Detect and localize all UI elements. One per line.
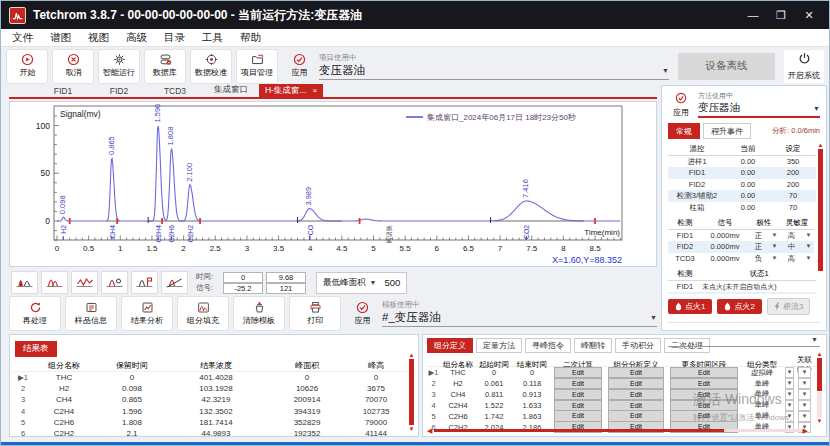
- signal-tab-fid2[interactable]: FID2: [91, 86, 147, 97]
- signal-tab-集成窗口[interactable]: 集成窗口: [203, 84, 259, 97]
- table-row[interactable]: 3CH40.8110.913EditEditEdit单峰▼▼: [426, 389, 823, 400]
- edit-button[interactable]: Edit: [670, 400, 738, 412]
- chevron-down-icon[interactable]: ▼: [662, 67, 669, 74]
- toolbar-button-start[interactable]: 开始: [6, 49, 48, 84]
- chromatogram-panel[interactable]: 05010000.511.522.533.544.555.566.577.588…: [9, 101, 657, 267]
- minimize-button[interactable]: —: [739, 5, 767, 25]
- chevron-down-icon[interactable]: ▼: [798, 400, 811, 411]
- toolbar-button-database[interactable]: 数据库: [144, 49, 186, 84]
- maximize-button[interactable]: ❐: [767, 5, 795, 25]
- scroll-up-icon[interactable]: ▲: [817, 351, 823, 357]
- chevron-down-icon[interactable]: ▼: [803, 241, 814, 253]
- template-in-use-dropdown[interactable]: 模板使用中 #_变压器油 ▼: [382, 300, 657, 327]
- tab-峰翻转[interactable]: 峰翻转: [574, 338, 612, 353]
- peak-valley-button[interactable]: [71, 271, 98, 294]
- min-peak-area-input[interactable]: 500: [384, 277, 400, 288]
- close-tab-icon[interactable]: ×: [312, 87, 317, 95]
- tab-组分定义[interactable]: 组分定义: [427, 338, 473, 353]
- chevron-down-icon[interactable]: ▼: [811, 336, 818, 343]
- edit-button[interactable]: Edit: [608, 410, 664, 422]
- edit-button[interactable]: Edit: [554, 410, 602, 422]
- chevron-down-icon[interactable]: ▼: [803, 253, 814, 265]
- chevron-down-icon[interactable]: ▼: [769, 241, 780, 253]
- edit-button[interactable]: Edit: [554, 400, 602, 412]
- peak-drop-button[interactable]: [101, 271, 128, 294]
- ignite-1-button[interactable]: 点火1: [668, 299, 712, 314]
- table-row[interactable]: 4C2H41.596132.3502394319102735: [13, 406, 415, 417]
- table-row[interactable]: 3CH40.86542.321920091470070: [13, 394, 415, 405]
- method-in-use-dropdown[interactable]: 方法使用中 变压器油 ▼: [698, 91, 820, 118]
- project-in-use-dropdown[interactable]: 项目使用中 变压器油 ▼: [319, 53, 669, 80]
- menu-item[interactable]: 目录: [164, 31, 185, 45]
- scroll-up-icon[interactable]: ▲: [818, 142, 824, 148]
- table-row[interactable]: 2H20.0610.118EditEditEdit单峰▼▼: [426, 378, 823, 389]
- chevron-down-icon[interactable]: ▼: [803, 230, 814, 242]
- chevron-down-icon[interactable]: ▼: [370, 279, 377, 286]
- peak-mark-button[interactable]: [131, 271, 158, 294]
- tab-寻峰指令[interactable]: 寻峰指令: [525, 338, 571, 353]
- edit-button[interactable]: Edit: [554, 367, 602, 379]
- table-row[interactable]: ▶1THC0401.402800: [13, 372, 415, 383]
- chevron-down-icon[interactable]: ▼: [785, 378, 794, 389]
- menu-item[interactable]: 工具: [202, 31, 223, 45]
- tab-results-table[interactable]: 结果表: [15, 341, 57, 357]
- chevron-down-icon[interactable]: ▼: [769, 253, 780, 265]
- time-max-input[interactable]: 9.68: [266, 272, 306, 283]
- edit-button[interactable]: Edit: [670, 378, 738, 390]
- scroll-left-icon[interactable]: ◀: [427, 427, 432, 434]
- toolbar-button-sample-info[interactable]: 样品信息: [65, 296, 117, 331]
- toolbar-button-component-fill[interactable]: 组分填充: [177, 296, 229, 331]
- tab-常规[interactable]: 常规: [668, 123, 700, 139]
- method-vertical-scrollbar[interactable]: ▲: [817, 142, 824, 272]
- chevron-down-icon[interactable]: ▼: [798, 367, 811, 378]
- results-vertical-scrollbar[interactable]: ▲ ▼: [408, 352, 415, 432]
- chevron-down-icon[interactable]: ▼: [769, 230, 780, 242]
- menu-item[interactable]: 文件: [12, 31, 33, 45]
- table-row[interactable]: 6C2H22.144.989319235241144: [13, 428, 415, 439]
- definition-horizontal-scrollbar[interactable]: ◀ ▶: [427, 427, 808, 434]
- toolbar-button-project[interactable]: 项目管理: [236, 49, 278, 84]
- time-min-input[interactable]: 0: [223, 272, 263, 283]
- peak-double-button[interactable]: [41, 271, 68, 294]
- edit-button[interactable]: Edit: [608, 378, 664, 390]
- menu-item[interactable]: 高级: [126, 31, 147, 45]
- edit-button[interactable]: Edit: [670, 389, 738, 401]
- tab-手动积分[interactable]: 手动积分: [615, 338, 661, 353]
- chevron-down-icon[interactable]: ▼: [785, 411, 794, 422]
- tab-定量方法[interactable]: 定量方法: [476, 338, 522, 353]
- edit-button[interactable]: Edit: [554, 389, 602, 401]
- edit-button[interactable]: Edit: [670, 410, 738, 422]
- signal-tab-fid1[interactable]: FID1: [35, 86, 91, 97]
- scroll-down-icon[interactable]: ▼: [816, 258, 823, 265]
- scroll-down-icon[interactable]: ▼: [409, 426, 415, 432]
- menu-item[interactable]: 帮助: [240, 31, 261, 45]
- toolbar-button-calibration[interactable]: 数据校准: [190, 49, 232, 84]
- menu-item[interactable]: 谱图: [50, 31, 71, 45]
- edit-button[interactable]: Edit: [554, 378, 602, 390]
- toolbar-button-print[interactable]: 打印: [289, 296, 341, 331]
- min-peak-area-control[interactable]: 最低峰面积 ▼ 500: [316, 272, 407, 294]
- chevron-down-icon[interactable]: ▼: [785, 389, 794, 400]
- chevron-down-icon[interactable]: ▼: [798, 389, 811, 400]
- menu-item[interactable]: 视图: [88, 31, 109, 45]
- ignite-2-button[interactable]: 点火2: [717, 299, 761, 314]
- table-row[interactable]: 5C2H61.808181.741435282979000: [13, 417, 415, 428]
- toolbar-button-smart-run[interactable]: 智能运行: [98, 49, 140, 84]
- table-row[interactable]: 4C2H41.5221.633EditEditEdit单峰▼▼: [426, 400, 823, 411]
- toolbar-button-result-analysis[interactable]: 结果分析: [121, 296, 173, 331]
- chevron-down-icon[interactable]: ▼: [798, 378, 811, 389]
- edit-button[interactable]: Edit: [608, 367, 664, 379]
- chevron-down-icon[interactable]: ▼: [785, 400, 794, 411]
- edit-button[interactable]: Edit: [608, 389, 664, 401]
- signal-tab-tcd3[interactable]: TCD3: [147, 86, 203, 97]
- apply-method-button[interactable]: 应用: [668, 91, 694, 118]
- chevron-down-icon[interactable]: ▼: [813, 105, 820, 112]
- chevron-down-icon[interactable]: ▼: [650, 314, 657, 321]
- empty-dropdown[interactable]: ▼: [668, 332, 820, 347]
- table-row[interactable]: 2H20.098103.1928106263675: [13, 383, 415, 394]
- chevron-down-icon[interactable]: ▼: [785, 367, 794, 378]
- toolbar-button-reprocess[interactable]: 再处理: [9, 296, 61, 331]
- bridge-current-button[interactable]: 桥流3: [767, 298, 810, 315]
- edit-button[interactable]: Edit: [608, 400, 664, 412]
- toolbar-button-clear-template[interactable]: 清除模板: [233, 296, 285, 331]
